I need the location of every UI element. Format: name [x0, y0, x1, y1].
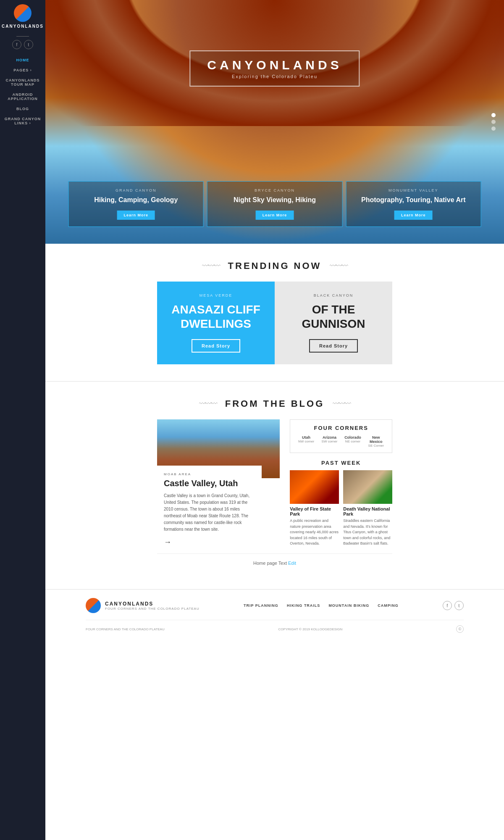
footer-nav-biking[interactable]: MOUNTAIN BIKING — [328, 603, 369, 608]
trending-section: 〰〰〰 TRENDING NOW 〰〰〰 MESA VERDE ANASAZI … — [45, 244, 504, 381]
corner-arizona: Arizona SW corner — [319, 435, 340, 448]
footer-top: CANYONLANDS FOUR CORNERS AND THE COLORAD… — [86, 598, 464, 613]
corner-arizona-label: SW corner — [319, 440, 340, 443]
logo-icon — [14, 4, 32, 22]
blog-wave-left: 〰〰〰 — [199, 400, 217, 408]
footer-copyright: COPYRIGHT © 2019 KOLLOOGEDESIGN — [278, 627, 342, 631]
trending-card-black-canyon: BLACK CANYON OF THE GUNNISON Read Story — [275, 282, 392, 364]
grand-canyon-learn-more[interactable]: Learn More — [117, 211, 155, 220]
homepage-text-label: Home page Text — [253, 561, 287, 566]
monument-valley-location: MONUMENT VALLEY — [353, 188, 474, 192]
black-canyon-location: BLACK CANYON — [285, 293, 382, 298]
monument-valley-learn-more[interactable]: Learn More — [394, 211, 433, 220]
footer-info-icon[interactable]: © — [456, 625, 464, 633]
wave-right: 〰〰〰 — [330, 262, 347, 270]
footer-twitter-icon[interactable]: t — [454, 601, 464, 610]
sidebar-item-android[interactable]: ANDROID APPLICATION — [0, 90, 45, 103]
feature-card-grand-canyon: GRAND CANYON Hiking, Camping, Geology Le… — [68, 181, 204, 227]
feature-card-bryce-canyon: BRYCE CANYON Night Sky Viewing, Hiking L… — [207, 181, 342, 227]
trending-title: TRENDING NOW — [228, 261, 322, 271]
past-week-card-valley-fire: Valley of Fire State Park A public recre… — [290, 470, 339, 547]
main-content: CANYONLANDS Exploring the Colorado Plate… — [45, 0, 504, 641]
blog-section: 〰〰〰 FROM THE BLOG 〰〰〰 MOAB AREA Castle V… — [45, 381, 504, 589]
wave-left: 〰〰〰 — [202, 262, 220, 270]
death-valley-desc: Straddles eastern California and Nevada.… — [343, 518, 392, 547]
trending-header: 〰〰〰 TRENDING NOW 〰〰〰 — [54, 261, 496, 271]
footer-nav-camping[interactable]: CAMPING — [378, 603, 399, 608]
four-corners-box: FOUR CORNERS Utah NW corner Arizona SW c… — [290, 419, 392, 453]
mesa-verde-title: ANASAZI CLIFF DWELLINGS — [167, 303, 265, 331]
blog-header: 〰〰〰 FROM THE BLOG 〰〰〰 — [54, 398, 496, 409]
trending-cards: MESA VERDE ANASAZI CLIFF DWELLINGS Read … — [157, 282, 392, 364]
four-corners-title: FOUR CORNERS — [295, 425, 387, 431]
sidebar-item-pages[interactable]: PAGES › — [0, 66, 45, 75]
corner-utah-state: Utah — [295, 435, 317, 440]
blog-read-more-arrow[interactable]: → — [164, 538, 255, 547]
past-week-cards: Valley of Fire State Park A public recre… — [290, 470, 392, 547]
feature-card-monument-valley: MONUMENT VALLEY Photography, Touring, Na… — [346, 181, 481, 227]
monument-valley-title: Photography, Touring, Native Art — [353, 196, 474, 205]
sidebar-divider — [16, 36, 29, 37]
corner-nm-label: SE Corner — [365, 444, 387, 448]
black-canyon-read-story[interactable]: Read Story — [309, 339, 358, 353]
hero-dot-2[interactable] — [491, 120, 496, 124]
sidebar-item-blog[interactable]: BLOG — [0, 104, 45, 113]
black-canyon-title: OF THE GUNNISON — [285, 303, 382, 331]
twitter-icon[interactable]: t — [24, 40, 33, 49]
blog-sidebar: FOUR CORNERS Utah NW corner Arizona SW c… — [290, 419, 392, 553]
footer-logo-name: CANYONLANDS — [105, 601, 200, 607]
past-week-title: PAST WEEK — [290, 460, 392, 466]
trending-card-mesa-verde: MESA VERDE ANASAZI CLIFF DWELLINGS Read … — [157, 282, 275, 364]
sidebar-item-home[interactable]: HOME — [0, 55, 45, 65]
sidebar-logo: CANYONLANDS — [2, 4, 44, 29]
grand-canyon-location: GRAND CANYON — [76, 188, 197, 192]
footer-nav-hiking[interactable]: HIKING TRAILS — [287, 603, 320, 608]
footer-facebook-icon[interactable]: f — [443, 601, 452, 610]
footer-logo-texts: CANYONLANDS FOUR CORNERS AND THE COLORAD… — [105, 601, 200, 611]
corner-colorado-state: Colorado — [342, 435, 363, 440]
logo-text: CANYONLANDS — [2, 24, 44, 29]
footer-nav-trip-planning[interactable]: TRIP PLANNING — [244, 603, 278, 608]
blog-wave-right: 〰〰〰 — [333, 400, 350, 408]
blog-text-box: MOAB AREA Castle Valley, Utah Castle Val… — [157, 466, 262, 553]
footer-nav: TRIP PLANNING HIKING TRAILS MOUNTAIN BIK… — [244, 603, 399, 608]
facebook-icon[interactable]: f — [12, 40, 21, 49]
sidebar-social: f t — [12, 40, 33, 49]
homepage-text-bar: Home page Text Edit — [157, 553, 392, 572]
corner-colorado-label: NE corner — [342, 440, 363, 443]
sidebar-item-tourmap[interactable]: CANYONLANDS TOUR MAP — [0, 76, 45, 89]
blog-tag: MOAB AREA — [164, 472, 255, 476]
blog-post-desc: Castle Valley is a town in Grand County,… — [164, 492, 255, 533]
sidebar: CANYONLANDS f t HOME PAGES › CANYONLANDS… — [0, 0, 45, 641]
bryce-canyon-learn-more[interactable]: Learn More — [256, 211, 294, 220]
hero-section: CANYONLANDS Exploring the Colorado Plate… — [45, 0, 504, 244]
hero-subtitle: Exploring the Colorado Plateu — [207, 74, 342, 79]
hero-title: CANYONLANDS — [207, 58, 342, 72]
homepage-edit-link[interactable]: Edit — [288, 561, 296, 566]
footer-logo-icon — [86, 598, 101, 613]
hero-dot-1[interactable] — [491, 113, 496, 117]
hero-dot-3[interactable] — [491, 126, 496, 131]
mesa-verde-location: MESA VERDE — [167, 293, 265, 298]
corner-new-mexico: New Mexico SE Corner — [365, 435, 387, 448]
bryce-canyon-location: BRYCE CANYON — [214, 188, 335, 192]
footer-social: f t — [443, 601, 464, 610]
feature-cards: GRAND CANYON Hiking, Camping, Geology Le… — [68, 181, 481, 227]
corner-arizona-state: Arizona — [319, 435, 340, 440]
corners-grid: Utah NW corner Arizona SW corner Colorad… — [295, 435, 387, 448]
corner-nm-state: New Mexico — [365, 435, 387, 444]
blog-post-title: Castle Valley, Utah — [164, 479, 255, 488]
footer-logo-sub: FOUR CORNERS AND THE COLORADO PLATEAU — [105, 607, 200, 611]
blog-title: FROM THE BLOG — [225, 398, 325, 409]
corner-utah: Utah NW corner — [295, 435, 317, 448]
mesa-verde-read-story[interactable]: Read Story — [192, 339, 240, 353]
hero-dots — [491, 113, 496, 131]
sidebar-item-links[interactable]: GRAND CANYON LINKS › — [0, 114, 45, 128]
blog-main-post: MOAB AREA Castle Valley, Utah Castle Val… — [157, 419, 280, 553]
footer-logo: CANYONLANDS FOUR CORNERS AND THE COLORAD… — [86, 598, 200, 613]
past-week-card-death-valley: Death Valley National Park Straddles eas… — [343, 470, 392, 547]
grand-canyon-title: Hiking, Camping, Geology — [76, 196, 197, 205]
death-valley-title: Death Valley National Park — [343, 506, 392, 516]
valley-fire-desc: A public recreation and nature preservat… — [290, 518, 339, 547]
corner-colorado: Colorado NE corner — [342, 435, 363, 448]
